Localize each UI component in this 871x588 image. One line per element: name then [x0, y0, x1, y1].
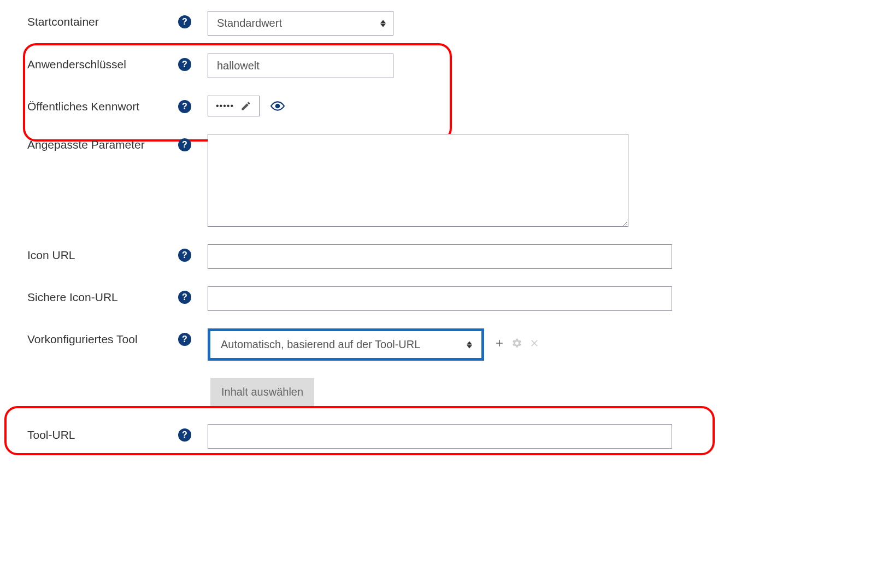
- row-tool-url: Tool-URL ?: [27, 424, 844, 449]
- label-oeffentliches-kennwort: Öffentliches Kennwort: [27, 100, 139, 113]
- help-icon[interactable]: ?: [178, 291, 191, 304]
- help-icon[interactable]: ?: [178, 138, 191, 151]
- svg-point-0: [276, 104, 280, 108]
- label-col: Startcontainer ?: [27, 11, 208, 28]
- label-tool-url: Tool-URL: [27, 428, 75, 442]
- select-startcontainer-wrap: Standardwert: [208, 11, 393, 36]
- select-vorkonfiguriertes-tool-highlight: Automatisch, basierend auf der Tool-URL: [208, 328, 484, 361]
- label-icon-url: Icon URL: [27, 249, 75, 262]
- highlight-group-tool-url: Tool-URL ?: [27, 424, 844, 449]
- tool-action-icons: [494, 338, 540, 351]
- select-vorkonfiguriertes-tool[interactable]: Automatisch, basierend auf der Tool-URL: [212, 333, 480, 356]
- label-col: Vorkonfiguriertes Tool ?: [27, 328, 208, 346]
- label-col: Icon URL ?: [27, 244, 208, 262]
- label-sichere-icon-url: Sichere Icon-URL: [27, 291, 118, 304]
- row-icon-url: Icon URL ?: [27, 244, 844, 269]
- label-startcontainer: Startcontainer: [27, 15, 99, 28]
- field-col: [208, 54, 844, 78]
- label-col: Tool-URL ?: [27, 424, 208, 442]
- help-icon[interactable]: ?: [178, 100, 191, 113]
- edit-icon[interactable]: [240, 101, 251, 111]
- help-icon[interactable]: ?: [178, 58, 191, 71]
- select-startcontainer[interactable]: Standardwert: [208, 11, 393, 36]
- label-col: Angepasste Parameter ?: [27, 134, 208, 151]
- gear-icon[interactable]: [511, 338, 522, 351]
- row-vorkonfiguriertes-tool: Vorkonfiguriertes Tool ? Automatisch, ba…: [27, 328, 844, 361]
- inhalt-auswaehlen-button: Inhalt auswählen: [210, 378, 314, 406]
- select-vorkonfiguriertes-tool-wrap: Automatisch, basierend auf der Tool-URL: [212, 333, 480, 356]
- row-sichere-icon-url: Sichere Icon-URL ?: [27, 286, 844, 311]
- row-angepasste-parameter: Angepasste Parameter ?: [27, 134, 844, 227]
- close-icon[interactable]: [529, 338, 540, 351]
- label-col: Sichere Icon-URL ?: [27, 286, 208, 304]
- highlight-group-credentials: Anwenderschlüssel ? Öffentliches Kennwor…: [27, 53, 844, 116]
- row-inhalt-auswaehlen: Inhalt auswählen: [27, 378, 844, 406]
- input-sichere-icon-url[interactable]: [208, 286, 672, 311]
- label-col-empty: [27, 378, 208, 383]
- label-col: Öffentliches Kennwort ?: [27, 96, 208, 113]
- field-col: Standardwert: [208, 11, 844, 36]
- row-anwenderschluessel: Anwenderschlüssel ?: [27, 54, 844, 78]
- field-col: [208, 424, 844, 449]
- help-icon[interactable]: ?: [178, 249, 191, 262]
- help-icon[interactable]: ?: [178, 15, 191, 28]
- add-icon[interactable]: [494, 338, 505, 351]
- password-display: •••••: [208, 96, 260, 116]
- help-icon[interactable]: ?: [178, 333, 191, 346]
- textarea-angepasste-parameter[interactable]: [208, 134, 628, 227]
- input-anwenderschluessel[interactable]: [208, 54, 393, 78]
- field-col: •••••: [208, 96, 844, 116]
- password-masked: •••••: [216, 101, 234, 111]
- field-col: [208, 286, 844, 311]
- input-tool-url[interactable]: [208, 424, 672, 449]
- field-col: Inhalt auswählen: [210, 378, 844, 406]
- input-icon-url[interactable]: [208, 244, 672, 269]
- row-oeffentliches-kennwort: Öffentliches Kennwort ? •••••: [27, 96, 844, 116]
- label-vorkonfiguriertes-tool: Vorkonfiguriertes Tool: [27, 333, 138, 346]
- row-startcontainer: Startcontainer ? Standardwert: [27, 11, 844, 36]
- label-anwenderschluessel: Anwenderschlüssel: [27, 58, 126, 71]
- label-angepasste-parameter: Angepasste Parameter: [27, 138, 145, 151]
- help-icon[interactable]: ?: [178, 428, 191, 442]
- field-col: [208, 244, 844, 269]
- reveal-password-icon[interactable]: [270, 99, 285, 113]
- field-col: [208, 134, 844, 227]
- label-col: Anwenderschlüssel ?: [27, 54, 208, 71]
- field-col: Automatisch, basierend auf der Tool-URL: [208, 328, 844, 361]
